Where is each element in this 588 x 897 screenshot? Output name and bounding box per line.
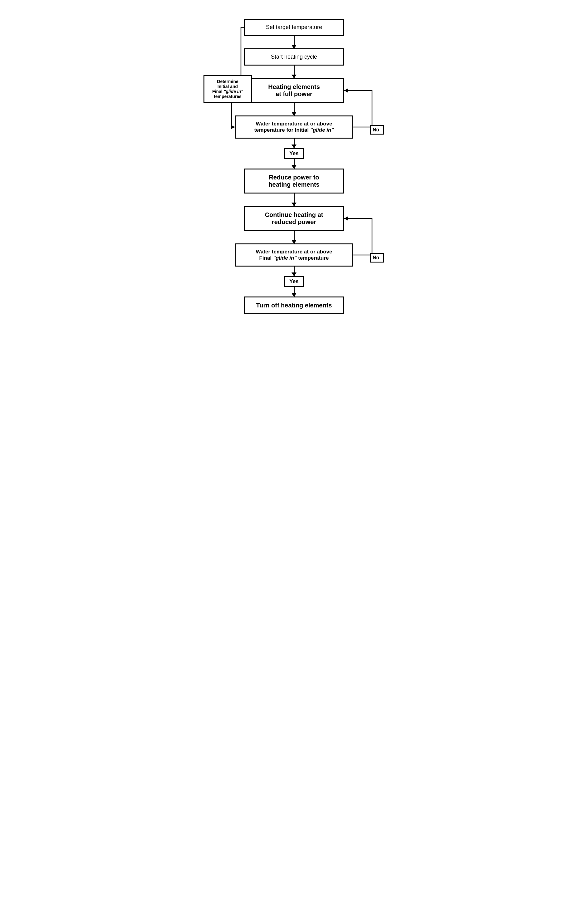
arrow-6 (294, 193, 295, 206)
arrow-5 (294, 159, 295, 168)
arrow-4 (294, 139, 295, 148)
arrow-1 (294, 36, 295, 48)
set-target-box: Set target temperature (244, 19, 344, 36)
full-power-box: Heating elementsat full power (244, 78, 344, 103)
water-temp-initial-label: Water temperature at or abovetemperature… (254, 121, 334, 133)
set-target-label: Set target temperature (266, 24, 322, 30)
continue-heating-box: Continue heating atreduced power (244, 206, 344, 231)
start-heating-box: Start heating cycle (244, 48, 344, 66)
arrow-8 (294, 266, 295, 276)
flowchart: NoNo Set target temperature Start heatin… (201, 6, 387, 333)
turn-off-box: Turn off heating elements (244, 297, 344, 314)
full-power-label: Heating elementsat full power (268, 83, 320, 97)
continue-heating-label: Continue heating atreduced power (265, 211, 323, 225)
yes-label-1: Yes (284, 148, 304, 159)
determine-box: DetermineInitial andFinal "glide in"temp… (204, 75, 252, 103)
arrow-9 (294, 287, 295, 297)
reduce-power-label: Reduce power toheating elements (268, 174, 319, 188)
water-temp-final-box: Water temperature at or aboveFinal "glid… (235, 243, 353, 266)
determine-label: DetermineInitial andFinal "glide in"temp… (212, 79, 243, 99)
arrow-7 (294, 231, 295, 243)
arrow-3 (294, 103, 295, 115)
yes-label-2: Yes (284, 276, 304, 287)
reduce-power-box: Reduce power toheating elements (244, 168, 344, 193)
start-heating-label: Start heating cycle (271, 54, 317, 60)
water-temp-final-label: Water temperature at or aboveFinal "glid… (256, 249, 332, 261)
turn-off-label: Turn off heating elements (256, 302, 332, 309)
arrow-2 (294, 66, 295, 78)
water-temp-initial-box: Water temperature at or abovetemperature… (235, 115, 353, 139)
